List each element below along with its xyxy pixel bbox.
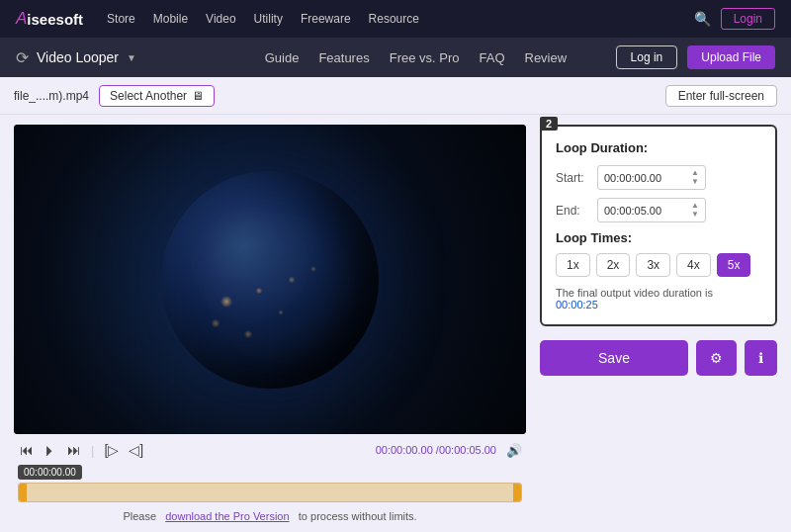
- controls-separator: |: [91, 443, 94, 458]
- skip-forward-button[interactable]: ⏭: [65, 440, 83, 460]
- logo-a-letter: A: [16, 9, 27, 29]
- timeline-area: 00:00:00.00: [14, 462, 526, 506]
- loop-duration-label: Loop Duration:: [556, 140, 761, 155]
- search-icon[interactable]: 🔍: [694, 11, 711, 27]
- box-number-badge: 2: [540, 117, 558, 131]
- loop-3x-button[interactable]: 3x: [636, 253, 670, 277]
- select-another-button[interactable]: Select Another 🖥: [99, 85, 215, 107]
- dropdown-arrow-icon[interactable]: ▼: [127, 52, 136, 63]
- top-nav-links: Store Mobile Video Utility Freeware Reso…: [107, 12, 694, 26]
- nav-freeware[interactable]: Freeware: [301, 12, 351, 26]
- earth-visual: [14, 125, 526, 434]
- tab-faq[interactable]: FAQ: [479, 50, 504, 65]
- start-label: Start:: [556, 171, 597, 185]
- earth-globe: [161, 171, 379, 389]
- loop-5x-button[interactable]: 5x: [717, 253, 751, 277]
- settings-button[interactable]: ⚙: [696, 340, 737, 376]
- select-another-label: Select Another: [110, 89, 187, 103]
- play-button[interactable]: ⏵: [42, 440, 59, 460]
- time-display: 00:00:00.00 /00:00:05.00: [376, 444, 496, 456]
- end-down-arrow[interactable]: ▼: [691, 211, 699, 219]
- fullscreen-button[interactable]: Enter full-screen: [665, 85, 777, 107]
- monitor-icon: 🖥: [192, 89, 204, 103]
- nav-utility[interactable]: Utility: [254, 12, 283, 26]
- end-label: End:: [556, 204, 597, 218]
- start-time-input[interactable]: 00:00:00.00 ▲ ▼: [597, 165, 706, 190]
- video-container: [14, 125, 526, 434]
- loop-times-buttons: 1x 2x 3x 4x 5x: [556, 253, 761, 277]
- tool-bar-right: Log in Upload File: [616, 45, 775, 69]
- top-nav: A iseesoft Store Mobile Video Utility Fr…: [0, 0, 791, 38]
- top-login-button[interactable]: Login: [721, 8, 775, 30]
- tool-bar-nav: Guide Features Free vs. Pro FAQ Review: [216, 50, 615, 65]
- save-button[interactable]: Save: [540, 340, 688, 376]
- end-field-row: End: 00:00:05.00 ▲ ▼: [556, 198, 761, 222]
- mark-in-button[interactable]: [▷: [102, 440, 121, 460]
- pro-notice-suffix: to process without limits.: [299, 510, 417, 522]
- loop-1x-button[interactable]: 1x: [556, 253, 590, 277]
- earth-lights: [161, 171, 379, 389]
- video-controls: ⏮ ⏵ ⏭ | [▷ ◁] 00:00:00.00 /00:00:05.00 🔊: [14, 434, 526, 462]
- main-content: ⏮ ⏵ ⏭ | [▷ ◁] 00:00:00.00 /00:00:05.00 🔊…: [0, 115, 791, 532]
- nav-video[interactable]: Video: [206, 12, 235, 26]
- start-spinner[interactable]: ▲ ▼: [691, 169, 699, 186]
- end-time-value: 00:00:05.00: [604, 205, 661, 217]
- output-text: The final output video duration is: [556, 287, 713, 299]
- info-button[interactable]: ℹ: [745, 340, 777, 376]
- tool-login-button[interactable]: Log in: [616, 45, 678, 69]
- mark-out-button[interactable]: ◁]: [127, 440, 145, 460]
- timeline-handle-right[interactable]: [513, 484, 521, 501]
- start-field-row: Start: 00:00:00.00 ▲ ▼: [556, 165, 761, 190]
- tab-features[interactable]: Features: [318, 50, 369, 65]
- loop-2x-button[interactable]: 2x: [596, 253, 631, 277]
- nav-store[interactable]: Store: [107, 12, 135, 26]
- tab-free-vs-pro[interactable]: Free vs. Pro: [390, 50, 460, 65]
- save-row: Save ⚙ ℹ: [540, 340, 777, 376]
- loop-settings-box: 2 Loop Duration: Start: 00:00:00.00 ▲ ▼ …: [540, 125, 777, 326]
- sub-bar: file_....m).mp4 Select Another 🖥 Enter f…: [0, 77, 791, 115]
- video-panel: ⏮ ⏵ ⏭ | [▷ ◁] 00:00:00.00 /00:00:05.00 🔊…: [14, 125, 526, 522]
- tab-review[interactable]: Review: [525, 50, 568, 65]
- nav-mobile[interactable]: Mobile: [153, 12, 188, 26]
- tool-bar: ⟳ Video Looper ▼ Guide Features Free vs.…: [0, 38, 791, 77]
- timeline-handle-left[interactable]: [19, 484, 27, 501]
- timeline-time-label: 00:00:00.00: [18, 465, 82, 480]
- pro-notice: Please download the Pro Version to proce…: [14, 506, 526, 522]
- pro-version-link[interactable]: download the Pro Version: [165, 510, 289, 522]
- start-time-value: 00:00:00.00: [604, 172, 661, 184]
- top-nav-right: 🔍 Login: [694, 8, 775, 30]
- loop-4x-button[interactable]: 4x: [676, 253, 711, 277]
- pro-notice-prefix: Please: [123, 510, 156, 522]
- loop-icon: ⟳: [16, 48, 29, 67]
- logo-text: iseesoft: [27, 11, 83, 28]
- right-panel: 2 Loop Duration: Start: 00:00:00.00 ▲ ▼ …: [540, 125, 777, 522]
- end-spinner[interactable]: ▲ ▼: [691, 202, 699, 219]
- end-time-input[interactable]: 00:00:05.00 ▲ ▼: [597, 198, 706, 222]
- file-name-label: file_....m).mp4: [14, 89, 89, 103]
- volume-icon[interactable]: 🔊: [506, 443, 522, 458]
- start-down-arrow[interactable]: ▼: [691, 178, 699, 186]
- nav-resource[interactable]: Resource: [369, 12, 419, 26]
- loop-times-label: Loop Times:: [556, 230, 761, 245]
- tab-guide[interactable]: Guide: [265, 50, 300, 65]
- logo: A iseesoft: [16, 9, 83, 29]
- tool-bar-left: ⟳ Video Looper ▼: [16, 48, 216, 67]
- output-duration: The final output video duration is 00:00…: [556, 287, 761, 310]
- tool-name-label: Video Looper: [37, 49, 119, 65]
- timeline-track[interactable]: [18, 483, 522, 502]
- end-up-arrow[interactable]: ▲: [691, 202, 699, 210]
- start-up-arrow[interactable]: ▲: [691, 169, 699, 177]
- skip-back-button[interactable]: ⏮: [18, 440, 36, 460]
- output-duration-value: 00:00:25: [556, 299, 598, 310]
- upload-file-button[interactable]: Upload File: [687, 45, 775, 69]
